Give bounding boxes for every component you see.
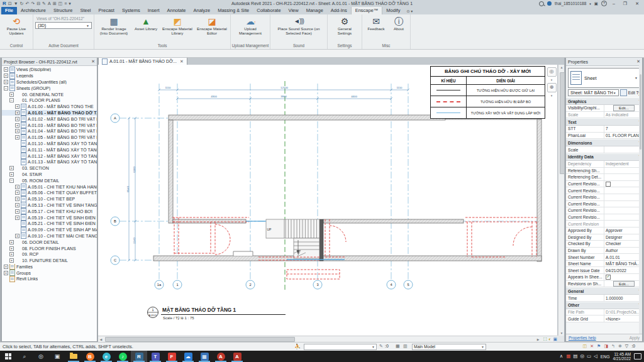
redo-icon[interactable]: ↷ [31,1,35,6]
group-label-settings[interactable]: Settings [328,43,362,49]
group-label-misc[interactable]: Misc [362,43,410,49]
property-value[interactable] [604,201,642,207]
design-options-pick-icon[interactable]: ▥ [403,344,408,349]
scroll-up-icon[interactable]: ▲ [558,65,565,69]
dimension-text[interactable]: 3900 [280,95,287,98]
expand-icon[interactable]: + [4,67,8,72]
tree-item[interactable]: +06. DOOR DETAIL [2,239,97,245]
property-value[interactable]: Approver [604,228,642,234]
property-value[interactable]: 01. FLOOR PLANS [604,133,642,139]
zoom-tool-icon[interactable]: ⊕ [547,83,557,92]
teams-icon[interactable]: T [147,351,164,362]
property-value[interactable]: Independent [604,161,642,167]
expand-icon[interactable]: + [4,265,8,269]
worksharing-display-icon[interactable]: ⛶ [543,337,547,342]
expand-icon[interactable]: + [4,271,8,275]
ms-account-icon[interactable]: ▦ [566,354,570,359]
worksharing-display-toggle-icon[interactable]: ◫ [583,344,587,349]
hidden-icons-chevron[interactable]: ∧ [560,354,564,359]
pause-live-updates-button[interactable]: ⟲ Pause Live Updates [2,16,31,36]
tree-item[interactable]: +A.05.10 - CHI TIẾT BẾP [2,196,97,202]
properties-section-text[interactable]: Textˆ [566,118,642,126]
tray-sync-icon[interactable]: ◎ [580,354,584,359]
restore-button[interactable]: ❐ [621,1,630,6]
tree-item[interactable]: +Families [2,264,97,270]
property-value[interactable]: 7 [604,126,642,132]
chevron-down-icon[interactable]: ▾ [551,94,553,97]
ribbon-tab-manage[interactable]: Manage [303,6,327,14]
expand-icon[interactable]: + [15,135,19,140]
ribbon-tab-modify[interactable]: Modify [382,6,404,14]
dimension-text[interactable]: 12100 [280,86,289,89]
tree-item[interactable]: +A.09.10 - CHI TIẾT MÁI CHE TẦNG ÁP MÁ [2,233,97,239]
tree-item[interactable]: +A.05.13 - CHI TIẾT VỆ SINH TẦNG TRỆT [2,202,97,209]
ribbon-tab-collaborate[interactable]: Collaborate [253,6,284,14]
property-value[interactable] [604,214,642,221]
tree-item[interactable]: +04. STAIR [2,172,97,178]
volume-icon[interactable]: ◁ [594,354,597,359]
print-icon[interactable]: ⊟ [36,1,40,6]
tree-item[interactable]: +A.05.01 - CHI TIẾT KHU NHÀ HÀNG [2,184,97,190]
expand-icon[interactable]: + [15,104,19,109]
spotify-icon[interactable]: ♪ [114,351,131,362]
drawing-area[interactable]: A.01.01 - MẶT BẰNG THÁO DỠ... ✕ 1a12345A… [98,57,564,342]
property-value[interactable]: <None> [604,315,642,322]
measure-icon[interactable]: ✎ [42,1,46,6]
properties-section-general[interactable]: Generalˆ [566,287,642,295]
ribbon-tab-systems[interactable]: Systems [118,6,144,14]
tree-item[interactable]: A.01.12 - MẶT BẰNG XÂY TÔ TẦNG 3 [2,153,97,159]
group-label-upload-management[interactable]: Upload Management [231,43,270,49]
group-label-tools[interactable]: Tools [94,43,230,49]
collapse-icon[interactable]: − [9,98,14,102]
place-sound-source-button[interactable]: ◄))) Place Sound Source (on Selected Fac… [272,16,325,36]
tree-item[interactable]: +A.05.19 - CHI TIẾT VỆ SINH ĐIỂN HÌNH 1 [2,214,97,221]
ribbon-tab-file[interactable]: File [1,6,17,14]
property-value[interactable]: 1.000000 [604,295,642,301]
signed-in-user[interactable]: thai_1851010188 [555,1,586,6]
quick-access-toolbar[interactable]: R⊡▼↻↶↷⊟✎A⊞◫≡▾ [0,1,71,6]
horizontal-scrollbar[interactable]: ◀ ▶ ⛶ ◐ ▣ [98,336,557,342]
tree-item[interactable]: +A.01.04 - MẶT BẰNG BỐ TRÍ VẬT DỤNG TẦ [2,128,97,134]
property-value[interactable] [604,194,642,200]
expand-icon[interactable]: + [15,216,19,220]
tree-item[interactable]: +Views (Discipline) [2,67,97,73]
close-icon[interactable]: ✕ [91,59,95,64]
ribbon-tab-analyze[interactable]: Analyze [190,6,214,14]
exclude-options-icon[interactable]: ✕ [590,344,594,349]
expand-icon[interactable]: + [15,185,19,189]
checkbox-unchecked[interactable] [606,182,611,187]
edge-icon[interactable]: e [98,351,114,362]
group-label-sound[interactable]: Sound [270,43,327,49]
property-value[interactable]: Designer [604,234,642,241]
property-value[interactable]: Edit... [604,281,642,287]
ribbon-tab-annotate[interactable]: Annotate [163,6,189,14]
property-value[interactable]: Checker [604,241,642,247]
asset-library-button[interactable]: ▲ Asset Library [133,16,159,32]
app-store-icon[interactable]: ▣ [594,1,598,6]
tree-item[interactable]: +03. SECTION [2,165,97,172]
instance-selector[interactable]: Sheet: MẶT BẰNG TH ▼ [568,89,619,96]
close-button[interactable]: ✕ [633,1,641,6]
expand-icon[interactable]: + [4,80,8,84]
tree-item[interactable]: +09. RCP [2,251,97,258]
tree-item[interactable]: A.01.13 - MẶT BẰNG XÂY TÔ TẦNG ÁP M [2,159,97,165]
expand-icon[interactable]: + [15,209,19,214]
expand-icon[interactable]: + [9,258,14,263]
reveal-constraints-icon[interactable]: ◨ [604,344,608,349]
scrollbar-thumb[interactable] [105,337,295,342]
tree-item[interactable]: +A.01.00 - MẶT BẰNG TỔNG THỂ [2,104,97,110]
property-value[interactable]: MẶT BẰNG THÁ... [604,261,642,267]
autocad-icon[interactable]: A [229,351,245,362]
revit-icon[interactable]: R [131,351,147,362]
properties-section-graphics[interactable]: Graphicsˆ [566,97,642,105]
save-icon[interactable]: ▼ [14,1,18,6]
ribbon-tab-add-ins[interactable]: Add-Ins [327,6,351,14]
dimension-text[interactable]: 6300 [133,167,136,173]
feedback-button[interactable]: ✉ Feedback [364,16,388,32]
properties-scrollbar[interactable] [639,65,642,334]
dimension-text[interactable]: 2240 [133,238,136,244]
open-icon[interactable]: ⊡ [8,1,12,6]
property-value[interactable] [604,187,642,194]
tree-item[interactable]: +10. FUNITURE DETAIL [2,258,97,264]
collapse-icon[interactable]: − [4,86,8,90]
